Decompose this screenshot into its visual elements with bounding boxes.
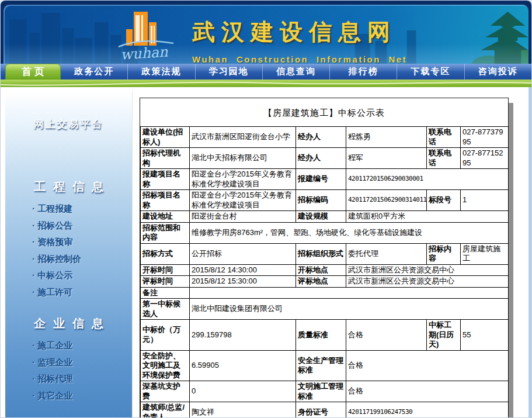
table-row: 评标时间2015/8/12 15:30:00评标地点武汉市新洲区公共资源交易中心	[141, 276, 509, 288]
table-label-cell: 文明施工管理标准	[296, 381, 346, 402]
table-row: 报建项目名称阳逻金台小学2015年义务教育标准化学校建设项目报建编号420117…	[141, 169, 509, 190]
table-label-cell: 报建项目名称	[141, 169, 190, 190]
table-value-cell: 55	[461, 320, 509, 351]
nav-tabs: 首 页政务公开政策法规学习园地信息查询排行榜下载专区咨询投诉	[1, 64, 531, 80]
table-value-cell: 0	[190, 381, 296, 402]
nav-tab-3[interactable]: 学习园地	[196, 64, 263, 80]
notice-table-body: 建设单位(招标人)武汉市新洲区阳逻街金台小学经办人程炼勇联系电话027-8773…	[141, 127, 509, 418]
site-brand: wuhan 武汉建设信息网 Wuhan Construction Informa…	[116, 8, 407, 64]
table-label-cell: 报建编号	[296, 169, 346, 190]
table-label-cell: 开标时间	[141, 264, 190, 276]
sidebar-link[interactable]: · 招标控制价	[5, 251, 132, 268]
table-value-cell: 阳逻街金台村	[190, 211, 296, 223]
table-label-cell: 建设地址	[141, 211, 190, 223]
sidebar-link[interactable]: · 招标公告	[5, 217, 132, 234]
logo-script-text: wuhan	[120, 43, 169, 63]
nav-tab-2[interactable]: 政策法规	[128, 64, 195, 80]
nav-tab-6[interactable]: 下载专区	[397, 64, 464, 80]
sidebar-section-header: 工程信息	[5, 179, 132, 195]
table-label-cell: 建设规模	[296, 211, 346, 223]
nav-tab-0[interactable]: 首 页	[5, 64, 61, 80]
sidebar-link[interactable]: · 监理企业	[5, 354, 132, 371]
table-value-cell: 湖北中阳建设集团有限公司	[190, 299, 509, 320]
notice-table: 建设单位(招标人)武汉市新洲区阳逻街金台小学经办人程炼勇联系电话027-8773…	[140, 126, 509, 418]
table-value-cell: 6.59905	[190, 350, 296, 381]
table-value-cell: 房屋建筑施工	[461, 243, 509, 264]
site-title: 武汉建设信息网	[192, 16, 407, 48]
table-value-cell: 委托代理	[346, 243, 427, 264]
table-label-cell: 招标范围和内容	[141, 222, 190, 243]
table-row: 第一中标候选人湖北中阳建设集团有限公司	[141, 299, 509, 320]
table-label-cell: 经办人	[296, 127, 346, 148]
nav-tab-7[interactable]: 咨询投诉	[465, 64, 531, 80]
table-title: 【房屋建筑施工】中标公示表	[140, 98, 508, 126]
table-value-cell: 程炼勇	[346, 127, 427, 148]
nav-tab-1[interactable]: 政务公开	[61, 64, 128, 80]
table-label-cell: 中标工期(日历天)	[427, 320, 461, 351]
nav-tab-4[interactable]: 信息查询	[263, 64, 330, 80]
site-header: wuhan 武汉建设信息网 Wuhan Construction Informa…	[1, 1, 531, 64]
sidebar-sections: 工程信息· 工程报建· 招标公告· 资格预审· 招标控制价· 中标公示· 施工许…	[5, 179, 132, 418]
table-label-cell: 标段号	[427, 190, 461, 211]
table-label-cell: 第一中标候选人	[141, 299, 190, 320]
table-value-cell: 武汉市新洲区公共资源交易中心	[346, 264, 509, 276]
sidebar-link[interactable]: · 资格预审	[5, 234, 132, 251]
pagoda-icon	[471, 12, 528, 64]
table-row: 中标价（万元）299.159798质量标准合格中标工期(日历天)55	[141, 320, 509, 351]
table-value-cell: 420117199106247530	[346, 402, 509, 418]
table-label-cell: 中标价（万元）	[141, 320, 190, 351]
platform-title: 网上交易平台	[5, 118, 132, 131]
table-value-cell	[190, 287, 509, 299]
table-value-cell: 1	[461, 190, 509, 211]
table-label-cell: 招标方式	[141, 243, 190, 264]
table-label-cell: 深基坑支护费	[141, 381, 190, 402]
table-row: 建设单位(招标人)武汉市新洲区阳逻街金台小学经办人程炼勇联系电话027-8773…	[141, 127, 509, 148]
table-label-cell: 身份证号	[296, 402, 346, 418]
table-row: 招标方式公开招标招标组织形式委托代理招标内容房屋建筑施工	[141, 243, 509, 264]
nav-tab-5[interactable]: 排行榜	[330, 64, 397, 80]
sidebar: 网上交易平台 工程信息· 工程报建· 招标公告· 资格预审· 招标控制价· 中标…	[5, 92, 133, 418]
table-value-cell: 2015/8/12 15:30:00	[190, 276, 296, 288]
table-row: 备注	[141, 287, 509, 299]
table-row: 招标范围和内容维修教学用房8763m²，管网、塑跑、场地硬化、绿化等基础设施建设	[141, 222, 509, 243]
site-subtitle: Wuhan Construction Information Net	[192, 54, 407, 64]
table-label-cell: 建筑师/总监/负责人	[141, 402, 190, 418]
table-value-cell: 299.159798	[190, 320, 296, 351]
table-row: 深基坑支护费0文明施工管理标准合格	[141, 381, 509, 402]
sidebar-link[interactable]: · 工程报建	[5, 201, 132, 217]
sidebar-link[interactable]: · 中标公示	[5, 267, 132, 284]
table-label-cell: 招标内容	[427, 243, 461, 264]
building-logo-icon: wuhan	[116, 8, 177, 64]
table-value-cell: 湖北中天招标有限公司	[190, 148, 296, 169]
table-label-cell: 安全防护、文明施工及环境保护费	[141, 350, 190, 381]
table-value-cell: 合格	[346, 381, 509, 402]
table-value-cell: 2015/8/12 14:30:00	[190, 264, 296, 276]
sidebar-link[interactable]: · 施工企业	[5, 337, 132, 354]
table-row: 建设地址阳逻街金台村建设规模建筑面积0平方米	[141, 211, 509, 223]
sidebar-link[interactable]: · 其它企业	[5, 388, 132, 405]
table-value-cell: 4201172015062900314011	[346, 190, 427, 211]
table-value-cell: 建筑面积0平方米	[346, 211, 509, 223]
nav-wave-strip	[1, 80, 531, 87]
sidebar-section-header: 企业信息	[5, 316, 132, 331]
window-frame-edge	[528, 87, 531, 418]
site-header-banner: wuhan 武汉建设信息网 Wuhan Construction Informa…	[4, 5, 528, 64]
table-value-cell: 程军	[346, 148, 427, 169]
table-value-cell: 420117201506290030001	[346, 169, 509, 190]
sidebar-link[interactable]: · 招标代理	[5, 371, 132, 388]
table-label-cell: 招标组织形式	[296, 243, 346, 264]
table-value-cell: 合格	[346, 320, 427, 351]
notice-panel: 【房屋建筑施工】中标公示表 建设单位(招标人)武汉市新洲区阳逻街金台小学经办人程…	[140, 98, 509, 418]
browser-page: wuhan 武汉建设信息网 Wuhan Construction Informa…	[0, 0, 532, 418]
sidebar-link[interactable]: · 施工许可	[5, 284, 132, 301]
table-value-cell: 阳逻金台小学2015年义务教育标准化学校建设项目	[190, 169, 296, 190]
table-label-cell: 质量标准	[296, 320, 346, 351]
table-label-cell: 招标编码	[296, 190, 346, 211]
table-label-cell: 评标时间	[141, 276, 190, 288]
table-label-cell: 安全生产管理标准	[296, 350, 346, 381]
table-label-cell: 联系电话	[427, 127, 461, 148]
table-row: 开标时间2015/8/12 14:30:00开标地点武汉市新洲区公共资源交易中心	[141, 264, 509, 276]
table-value-cell: 公开招标	[190, 243, 296, 264]
table-value-cell: 027-87715295	[461, 148, 509, 169]
table-value-cell: 027-87737995	[461, 127, 509, 148]
